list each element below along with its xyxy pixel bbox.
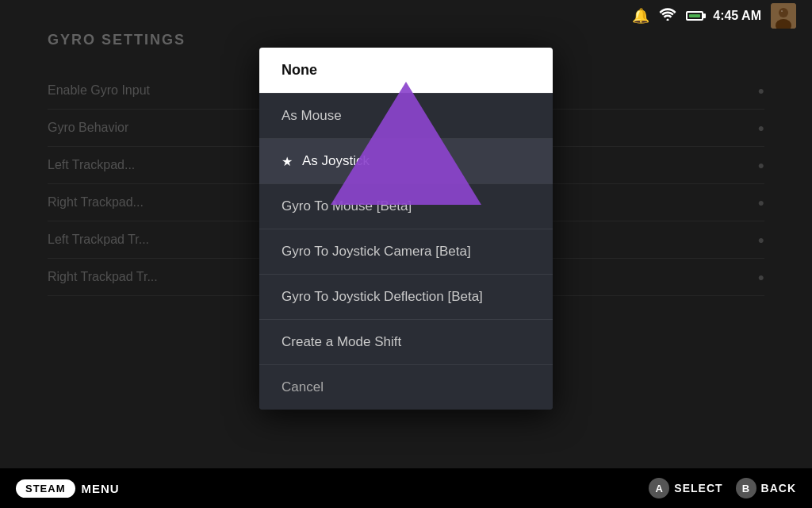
battery-icon	[686, 11, 703, 21]
svg-point-2	[779, 8, 788, 17]
bottom-right-hints: A SELECT B BACK	[649, 478, 796, 498]
gyro-joystick-deflection-label: Gyro To Joystick Deflection [Beta]	[282, 289, 483, 305]
select-label: SELECT	[674, 482, 722, 495]
create-mode-shift-label: Create a Mode Shift	[282, 334, 401, 350]
steam-button[interactable]: STEAM	[16, 479, 75, 498]
dropdown-item-as-joystick[interactable]: ★ As Joystick	[259, 139, 553, 184]
none-label: None	[282, 62, 317, 79]
status-time: 4:45 AM	[713, 9, 761, 23]
select-hint: A SELECT	[649, 478, 722, 498]
back-hint: B BACK	[736, 478, 796, 498]
notification-icon: 🔔	[632, 7, 649, 25]
gyro-mouse-label: Gyro To Mouse [Beta]	[282, 198, 412, 214]
b-button[interactable]: B	[736, 478, 756, 498]
bottom-bar: STEAM MENU A SELECT B BACK	[0, 468, 812, 508]
a-button[interactable]: A	[649, 478, 669, 498]
menu-label: MENU	[82, 482, 120, 495]
back-label: BACK	[761, 482, 796, 495]
svg-point-4	[781, 10, 783, 12]
dropdown-item-as-mouse[interactable]: As Mouse	[259, 94, 553, 139]
dropdown-item-create-mode-shift[interactable]: Create a Mode Shift	[259, 320, 553, 365]
as-mouse-label: As Mouse	[282, 108, 342, 124]
dropdown-item-gyro-joystick-camera[interactable]: Gyro To Joystick Camera [Beta]	[259, 229, 553, 275]
status-bar: 🔔 4:45 AM	[0, 0, 812, 32]
wifi-icon	[659, 8, 676, 25]
gyro-joystick-camera-label: Gyro To Joystick Camera [Beta]	[282, 244, 471, 260]
dropdown-item-gyro-joystick-deflection[interactable]: Gyro To Joystick Deflection [Beta]	[259, 275, 553, 320]
dropdown-item-gyro-mouse[interactable]: Gyro To Mouse [Beta]	[259, 184, 553, 229]
star-icon: ★	[282, 154, 293, 169]
avatar	[771, 3, 796, 29]
dropdown-menu: None As Mouse ★ As Joystick Gyro To Mous…	[259, 48, 553, 410]
cancel-label: Cancel	[282, 379, 324, 395]
dropdown-item-cancel[interactable]: Cancel	[259, 365, 553, 410]
as-joystick-label: As Joystick	[302, 153, 370, 169]
svg-point-0	[667, 18, 669, 21]
settings-title: GYRO SETTINGS	[48, 32, 764, 48]
dropdown-item-none[interactable]: None	[259, 48, 553, 94]
